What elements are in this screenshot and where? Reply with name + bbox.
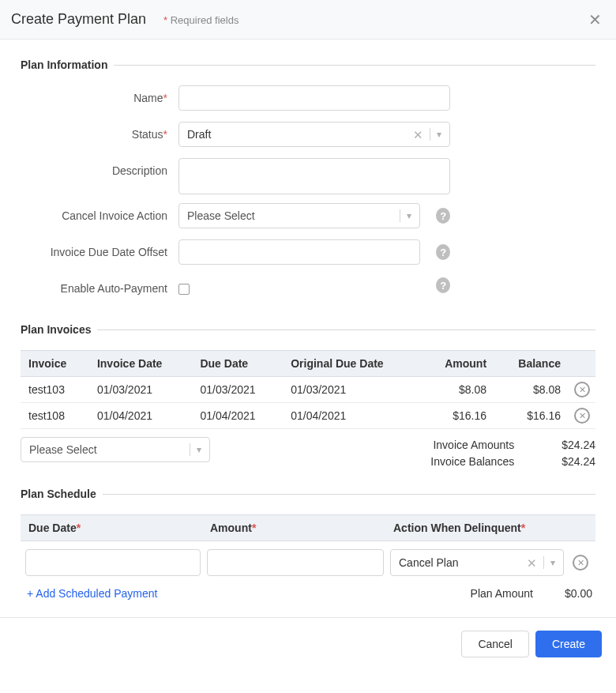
status-select[interactable]: Draft ✕ ▾ [178,122,450,147]
status-clear-icon[interactable]: ✕ [413,129,423,141]
description-label: Description [21,158,178,177]
required-fields-note: * Required fields [163,14,239,26]
cancel-action-label: Cancel Invoice Action [21,203,178,222]
help-icon[interactable]: ? [436,208,450,224]
col-invoice: Invoice [21,351,89,377]
remove-invoice-icon[interactable]: ✕ [574,382,590,397]
chevron-down-icon: ▾ [197,444,201,455]
description-textarea[interactable] [178,158,450,194]
cancel-action-placeholder: Please Select [187,209,255,222]
col-schedule-amount: Amount* [210,522,393,534]
schedule-action-select[interactable]: Cancel Plan ✕ ▾ [390,549,564,576]
schedule-action-clear-icon[interactable]: ✕ [527,557,537,569]
col-balance: Balance [494,351,569,377]
section-plan-information: Plan Information Name* Status* Draft ✕ ▾ [21,58,595,306]
autopay-label: Enable Auto-Payment [21,276,178,295]
chevron-down-icon: ▾ [437,129,441,140]
chevron-down-icon: ▾ [550,557,555,568]
modal-footer: Cancel Create [0,617,616,670]
section-title-plan-invoices: Plan Invoices [21,323,595,336]
required-star: * [163,14,167,26]
modal-header: Create Payment Plan * Required fields ✕ [0,0,616,40]
col-amount: Amount [421,351,494,377]
invoices-table: Invoice Invoice Date Due Date Original D… [21,350,595,429]
schedule-row: Cancel Plan ✕ ▾ ✕ [21,541,595,584]
section-plan-schedule: Plan Schedule Due Date* Amount* Action W… [21,488,595,600]
col-due-date: Due Date [192,351,283,377]
section-title-plan-info: Plan Information [21,58,595,71]
status-value: Draft [187,128,211,141]
schedule-header: Due Date* Amount* Action When Delinquent… [21,514,595,541]
help-icon[interactable]: ? [436,277,450,293]
name-label: Name* [21,85,178,104]
add-invoice-select[interactable]: Please Select ▾ [21,437,210,462]
header-left: Create Payment Plan * Required fields [11,11,239,28]
name-input[interactable] [178,85,450,111]
invoice-totals: Invoice Amounts Invoice Balances $24.24 … [430,437,595,470]
cancel-invoice-action-select[interactable]: Please Select ▾ [178,203,420,228]
table-row: test103 01/03/2021 01/03/2021 01/03/2021… [21,377,595,403]
col-orig-due-date: Original Due Date [283,351,421,377]
col-invoice-date: Invoice Date [89,351,193,377]
close-icon[interactable]: ✕ [588,12,602,28]
col-schedule-action: Action When Delinquent* [393,522,561,534]
remove-invoice-icon[interactable]: ✕ [574,408,590,424]
section-title-plan-schedule: Plan Schedule [21,488,595,500]
cancel-button[interactable]: Cancel [461,631,529,657]
plan-amount-label: Plan Amount [471,587,533,600]
section-plan-invoices: Plan Invoices Invoice Invoice Date Due D… [21,323,595,470]
schedule-amount-input[interactable] [207,549,384,576]
create-button[interactable]: Create [535,631,602,657]
status-label: Status* [21,122,178,141]
col-schedule-due-date: Due Date* [28,522,210,534]
modal-title: Create Payment Plan [11,11,146,27]
table-row: test108 01/04/2021 01/04/2021 01/04/2021… [21,403,595,429]
schedule-due-date-input[interactable] [25,549,201,576]
offset-label: Invoice Due Date Offset [21,239,178,258]
add-scheduled-payment-link[interactable]: + Add Scheduled Payment [27,587,157,600]
modal-body: Plan Information Name* Status* Draft ✕ ▾ [0,40,616,617]
chevron-down-icon: ▾ [407,210,411,221]
invoice-due-date-offset-input[interactable] [178,239,420,265]
enable-auto-payment-checkbox[interactable] [178,284,190,295]
help-icon[interactable]: ? [436,244,450,260]
plan-amount-value: $0.00 [565,587,592,600]
remove-schedule-icon[interactable]: ✕ [573,555,588,571]
